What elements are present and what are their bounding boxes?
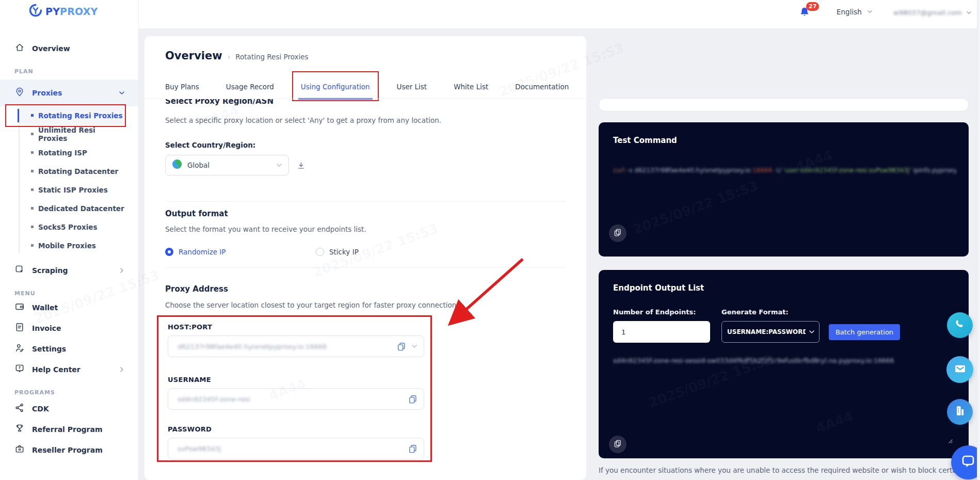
- chevron-down-icon: [809, 327, 815, 337]
- chevron-down-icon[interactable]: [411, 342, 417, 351]
- host-port-field[interactable]: d62137r98fae4e40.hyixnetpyproxy.io:16666: [168, 335, 424, 357]
- sidebar-item-settings[interactable]: Settings: [0, 339, 138, 359]
- sidebar-subitem-label: Static ISP Proxies: [38, 186, 108, 194]
- batch-generation-button[interactable]: Batch generation: [829, 324, 900, 340]
- proxies-submenu: Rotating Resi Proxies Unlimited Resi Pro…: [0, 106, 138, 255]
- notifications-button[interactable]: 27: [799, 6, 820, 21]
- generate-format-select[interactable]: USERNAME:PASSWORD:: [721, 321, 820, 343]
- country-select[interactable]: Global: [165, 155, 289, 175]
- username-field[interactable]: sd4n92345f-zone-resi: [168, 388, 424, 410]
- tab[interactable]: User List: [397, 83, 427, 91]
- host-port-value: d62137r98fae4e40.hyixnetpyproxy.io:16666: [178, 343, 392, 350]
- sidebar-item-reseller-program[interactable]: Reseller Program: [0, 440, 138, 460]
- tab[interactable]: Buy Plans: [165, 83, 199, 91]
- sidebar-subitem[interactable]: Dedicated Datacenter: [19, 199, 126, 218]
- sidebar-subitem[interactable]: Rotating Resi Proxies: [19, 106, 126, 125]
- top-header: 27 English w98037@gmail.com: [139, 0, 980, 28]
- chevron-down-icon: [119, 88, 125, 98]
- num-endpoints-input[interactable]: 1: [613, 321, 710, 343]
- breadcrumb-separator: ›: [228, 53, 231, 61]
- copy-icon: [614, 439, 622, 450]
- scrollbar-track[interactable]: [977, 0, 980, 480]
- bullet-icon: [31, 244, 34, 247]
- command-segment: curl: [613, 167, 624, 174]
- bullet-icon: [31, 207, 34, 210]
- invoice-icon: [14, 322, 25, 334]
- sidebar-item-label: Help Center: [32, 365, 81, 374]
- chevron-down-icon: [966, 8, 972, 18]
- copy-icon[interactable]: [397, 342, 406, 351]
- footer-note-text: If you encounter situations where you ar…: [599, 466, 969, 474]
- footer-note: If you encounter situations where you ar…: [599, 466, 969, 474]
- tab[interactable]: Documentation: [515, 83, 569, 91]
- sidebar-item-help-center[interactable]: ? Help Center: [0, 359, 138, 380]
- bullet-icon: [31, 226, 34, 228]
- radio-sticky-ip[interactable]: Sticky IP: [316, 248, 359, 256]
- live-chat-button[interactable]: [951, 445, 980, 479]
- briefcase-icon: [14, 444, 25, 456]
- sidebar-subitem[interactable]: Rotating Datacenter: [19, 162, 126, 181]
- command-segment: d62137r98fae4e40.hyixnetpyproxy.io: [635, 167, 751, 174]
- sidebar-subitem[interactable]: Socks5 Proxies: [19, 218, 126, 236]
- output-format-desc: Select the format you want to receive yo…: [165, 225, 566, 233]
- test-command-text: curl -x d62137r98fae4e40.hyixnetpyproxy.…: [613, 167, 956, 174]
- chevron-right-icon: [119, 365, 125, 375]
- bullet-icon: [31, 114, 34, 117]
- password-field[interactable]: svPsw98343j: [168, 438, 424, 459]
- breadcrumb-root[interactable]: Overview: [165, 50, 222, 62]
- company-button[interactable]: [947, 399, 973, 425]
- scraping-icon: [14, 264, 25, 277]
- trophy-icon: [14, 423, 25, 436]
- copy-endpoints-button[interactable]: [609, 436, 626, 453]
- copy-icon[interactable]: [408, 444, 417, 453]
- sidebar-subitem[interactable]: Unlimited Resi Proxies: [19, 125, 126, 143]
- envelope-icon: [953, 362, 967, 378]
- copy-icon: [614, 228, 622, 238]
- sidebar-subitem[interactable]: Mobile Proxies: [19, 236, 126, 255]
- sidebar-item-cdk[interactable]: CDK: [0, 398, 138, 419]
- endpoint-output-text: sd4n92345f-zone-resi-sessid-sw033d4f6df5…: [613, 357, 948, 364]
- sidebar-item-scraping[interactable]: Scraping: [0, 260, 138, 281]
- watermark: 4A44: [814, 408, 855, 436]
- section-divider: [165, 201, 566, 202]
- sidebar-item-proxies[interactable]: Proxies: [0, 79, 138, 106]
- whatsapp-button[interactable]: [947, 312, 973, 338]
- language-label: English: [837, 8, 862, 16]
- account-menu[interactable]: w98037@gmail.com: [893, 8, 972, 18]
- sidebar-item-label: Wallet: [32, 303, 58, 312]
- endpoint-output-card: Endpoint Output List Number of Endpoints…: [599, 270, 969, 458]
- sidebar-section-plan: PLAN: [14, 68, 138, 75]
- test-command-card: Test Command curl -x d62137r98fae4e40.hy…: [599, 122, 969, 257]
- sidebar-item-label: Proxies: [32, 89, 62, 97]
- output-format-title: Output format: [165, 209, 566, 218]
- bullet-icon: [31, 170, 34, 172]
- sidebar-item-referral-program[interactable]: Referral Program: [0, 419, 138, 440]
- command-segment: -x: [624, 167, 634, 174]
- tab-bar: Buy PlansUsage RecordUsing Configuration…: [165, 75, 566, 99]
- copy-command-button[interactable]: [609, 225, 626, 242]
- sidebar-subitem[interactable]: Rotating ISP: [19, 143, 126, 162]
- sidebar-item-wallet[interactable]: Wallet: [0, 297, 138, 318]
- radio-randomize-ip[interactable]: Randomize IP: [165, 248, 316, 256]
- tab[interactable]: Usage Record: [226, 83, 274, 91]
- download-button[interactable]: [297, 162, 305, 175]
- sidebar-subitem-label: Mobile Proxies: [38, 242, 96, 250]
- svg-text:?: ?: [19, 365, 21, 370]
- language-selector[interactable]: English: [837, 8, 873, 16]
- copy-icon[interactable]: [408, 394, 417, 404]
- sidebar-item-overview[interactable]: Overview: [0, 38, 138, 59]
- radio-unselected-icon: [316, 248, 324, 256]
- share-nodes-icon: [14, 403, 25, 415]
- sidebar-subitem-label: Dedicated Datacenter: [38, 204, 124, 213]
- tab[interactable]: Using Configuration: [301, 83, 370, 91]
- sidebar-subitem[interactable]: Static ISP Proxies: [19, 181, 126, 199]
- sidebar-item-invoice[interactable]: Invoice: [0, 318, 138, 339]
- sidebar-section-programs: PROGRAMS: [14, 389, 138, 396]
- resize-handle[interactable]: [946, 436, 953, 446]
- email-button[interactable]: [946, 356, 973, 383]
- password-label: PASSWORD: [168, 425, 423, 433]
- command-segment: ipinfo.pyproxy.io: [911, 167, 957, 174]
- tab[interactable]: White List: [454, 83, 488, 91]
- username-label: USERNAME: [168, 376, 423, 383]
- region-section-title: Select Proxy Region/ASN: [165, 99, 566, 106]
